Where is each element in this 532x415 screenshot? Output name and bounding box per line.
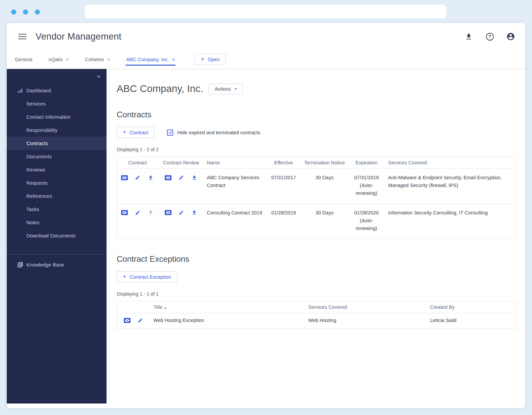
sidebar-item-label: Responsibility: [26, 128, 57, 133]
sidebar-item-knowledge-base[interactable]: Knowledge Base: [7, 257, 107, 273]
hide-expired-checkbox-row[interactable]: Hide expired and terminated contracts: [167, 130, 260, 136]
sidebar-item-download-documents[interactable]: Download Documents: [7, 229, 107, 242]
col-name[interactable]: Name: [204, 157, 266, 169]
page-title: ABC Company, Inc.: [117, 83, 203, 94]
view-exception-icon[interactable]: [124, 317, 131, 323]
sidebar-divider: [7, 254, 107, 255]
edit-contract-icon[interactable]: [134, 175, 141, 181]
col-title[interactable]: Title▲: [151, 301, 306, 313]
add-contract-button[interactable]: + Contract: [117, 127, 154, 138]
contract-termination-notice: 30 Days: [302, 169, 348, 204]
tab-general[interactable]: General: [14, 50, 33, 69]
sidebar-item-label: Download Documents: [26, 233, 75, 238]
tab-abc-company[interactable]: ABC Company, Inc. ×: [125, 50, 176, 69]
contracts-displaying-count: Displaying 1 - 2 of 2: [117, 147, 516, 152]
sidebar-item-contracts[interactable]: Contracts: [7, 137, 107, 150]
contracts-table: Contract Contract Review Name Effective …: [117, 157, 516, 239]
sidebar-item-documents[interactable]: Documents: [7, 150, 107, 163]
contract-review-actions: [161, 209, 202, 216]
download-review-icon[interactable]: [191, 175, 198, 181]
download-contract-icon[interactable]: [147, 175, 154, 181]
edit-review-icon[interactable]: [178, 210, 185, 216]
header-actions: ?: [464, 32, 515, 41]
exception-created-by: Leticia Saiid: [427, 313, 516, 329]
account-icon[interactable]: [506, 32, 515, 41]
close-icon[interactable]: ×: [172, 57, 175, 62]
sidebar: « Dashboard Services Contact Information…: [7, 69, 107, 404]
col-created-by[interactable]: Created By: [427, 301, 516, 313]
plus-icon: +: [123, 129, 126, 135]
dashboard-icon: [17, 87, 23, 94]
check-icon: [168, 130, 172, 135]
close-icon[interactable]: ×: [107, 57, 110, 62]
contract-expiration: 07/31/2019 (Auto-renewing): [348, 169, 386, 204]
app-window: Vendor Management ? General nQativ ×: [7, 23, 525, 408]
view-contract-icon[interactable]: [121, 175, 128, 181]
page-title-row: ABC Company, Inc. Actions ▾: [117, 83, 516, 94]
sidebar-item-services[interactable]: Services: [7, 97, 107, 110]
main-content: ABC Company, Inc. Actions ▾ Contracts + …: [107, 69, 525, 404]
vendor-tabbar: General nQativ × CoNetrix × ABC Company,…: [7, 50, 525, 69]
sidebar-item-label: Requests: [26, 180, 48, 186]
desktop-background: Vendor Management ? General nQativ ×: [0, 0, 532, 415]
add-contract-exception-button[interactable]: + Contract Exception: [117, 271, 177, 282]
col-effective[interactable]: Effective: [266, 157, 302, 169]
sidebar-item-label: Dashboard: [26, 88, 51, 93]
download-review-icon[interactable]: [191, 210, 198, 216]
exception-actions: [120, 317, 148, 323]
view-contract-icon[interactable]: [121, 210, 128, 216]
sidebar-item-tasks[interactable]: Tasks: [7, 203, 107, 216]
window-dot[interactable]: [11, 9, 16, 15]
app-body: « Dashboard Services Contact Information…: [7, 69, 525, 404]
help-glyph: ?: [486, 33, 494, 41]
sidebar-item-notes[interactable]: Notes: [7, 216, 107, 229]
contracts-controls: + Contract Hide expired and terminated c…: [117, 127, 516, 138]
actions-button[interactable]: Actions ▾: [209, 84, 243, 94]
browser-window-dots: [11, 9, 40, 15]
col-expiration[interactable]: Expiration: [348, 157, 386, 169]
col-exception-services-covered[interactable]: Services Covered: [306, 301, 427, 313]
col-services-covered[interactable]: Services Covered: [386, 157, 516, 169]
window-dot[interactable]: [23, 9, 28, 15]
sidebar-item-contact-information[interactable]: Contact Information: [7, 110, 107, 123]
menu-icon[interactable]: [18, 34, 26, 40]
knowledge-base-icon: [17, 262, 23, 268]
edit-exception-icon[interactable]: [137, 317, 144, 323]
sidebar-item-label: Tasks: [26, 207, 39, 212]
tab-nqativ[interactable]: nQativ ×: [48, 50, 70, 69]
browser-address-bar[interactable]: [85, 5, 446, 18]
close-icon[interactable]: ×: [66, 57, 69, 62]
download-icon[interactable]: [464, 32, 473, 41]
help-icon[interactable]: ?: [485, 32, 494, 41]
exceptions-table-header: Title▲ Services Covered Created By: [117, 301, 516, 313]
add-contract-label: Contract: [130, 130, 148, 135]
collapse-sidebar-icon[interactable]: «: [97, 72, 100, 80]
edit-review-icon[interactable]: [178, 175, 185, 181]
contract-services-covered: Information Security Consulting, IT Cons…: [386, 204, 516, 239]
open-vendor-button[interactable]: + Open: [194, 54, 226, 65]
sidebar-item-requests[interactable]: Requests: [7, 176, 107, 189]
col-contract: Contract: [117, 157, 158, 169]
edit-contract-icon[interactable]: [134, 210, 141, 216]
sidebar-item-responsibility[interactable]: Responsibility: [7, 123, 107, 137]
view-review-icon[interactable]: [165, 175, 171, 181]
hide-expired-checkbox[interactable]: [167, 130, 173, 136]
tab-conetrix[interactable]: CoNetrix ×: [84, 50, 111, 69]
window-dot[interactable]: [35, 9, 40, 15]
tab-label: CoNetrix: [85, 57, 104, 62]
sidebar-item-references[interactable]: References: [7, 189, 107, 203]
view-review-icon[interactable]: [165, 210, 171, 216]
contract-actions: [120, 174, 156, 181]
contract-services-covered: Anti-Malware & Endpoint Security, Email …: [386, 169, 516, 204]
exception-services-covered: Web Hosting: [306, 313, 427, 329]
caret-down-icon: ▾: [235, 87, 236, 91]
contract-name: Consulting Contract 2019: [204, 204, 266, 239]
contracts-heading: Contracts: [117, 110, 516, 119]
sidebar-item-dashboard[interactable]: Dashboard: [7, 84, 107, 97]
exceptions-controls: + Contract Exception: [117, 271, 516, 282]
contract-row: ABC Company Services Contract 07/31/2017…: [117, 169, 516, 204]
plus-icon: +: [123, 274, 126, 280]
sidebar-item-reviews[interactable]: Reviews: [7, 163, 107, 176]
col-termination-notice[interactable]: Termination Notice: [302, 157, 348, 169]
sidebar-item-label: Reviews: [26, 167, 45, 172]
